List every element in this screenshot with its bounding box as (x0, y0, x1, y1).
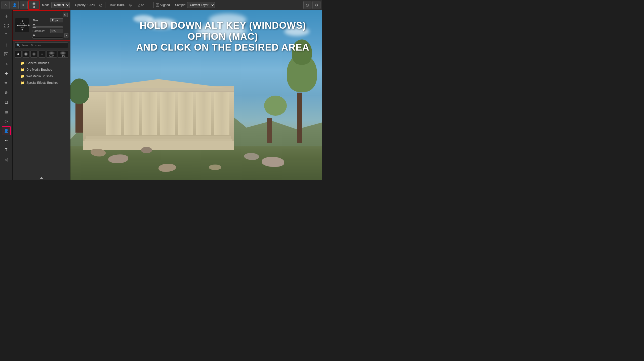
pen-path-icon: ✒ (5, 138, 8, 143)
eraser-tool[interactable]: ◻ (2, 98, 11, 107)
preset-airbrush[interactable] (30, 51, 37, 58)
rock-4 (262, 157, 284, 167)
category-arrow-3: › (16, 75, 18, 78)
preset-soft-dot (24, 52, 28, 56)
toolbar-separator-4 (135, 2, 135, 8)
add-brush-button[interactable]: + (64, 33, 68, 37)
stamp-icon: ⊕ (5, 90, 8, 95)
heal-icon: ✚ (5, 71, 8, 76)
eyedropper-tool[interactable]: ⌲ (2, 59, 11, 68)
flow-value: 100% (117, 3, 127, 7)
preset-large-shape (48, 51, 55, 55)
preset-count-1: 1456 (49, 55, 54, 57)
rock-3 (141, 147, 152, 153)
pen-tool-button[interactable]: ✒ (20, 1, 28, 9)
pillar-5 (160, 91, 175, 135)
profile-button[interactable]: 👤 (11, 1, 19, 9)
pillar-6 (178, 91, 193, 135)
scroll-up-arrow[interactable] (40, 177, 43, 179)
category-label-2: Dry Media Brushes (26, 68, 52, 71)
toolbar-separator-2 (72, 2, 72, 8)
hardness-slider-up (32, 34, 35, 36)
clone-stamp-tool[interactable]: ⊕ (2, 88, 11, 97)
left-toolbar: ✛ ⌒ ⊹ ✕ ⌲ ✚ ✏ ⊕ ◻ ▦ ◌ 👤 ✒ T ◁ (0, 10, 13, 180)
category-dry-media[interactable]: › 📁 Dry Media Brushes (13, 66, 70, 73)
transform-icon: ✕ (4, 52, 8, 56)
text-tool[interactable]: T (2, 145, 11, 154)
brush-shape-circle (20, 23, 25, 28)
search-input[interactable] (21, 44, 66, 47)
size-value: 21 px (50, 18, 63, 22)
profile-icon: 👤 (13, 3, 17, 7)
aligned-checkbox[interactable]: ✓ (156, 3, 159, 7)
category-arrow-2: › (16, 68, 18, 71)
tree-trunk-right-tall (297, 93, 302, 143)
pillar-4 (142, 91, 157, 135)
heal-tool[interactable]: ✚ (2, 69, 11, 78)
preset-large-1[interactable]: 1456 (46, 51, 57, 58)
lasso-tool[interactable]: ⌒ (2, 31, 11, 40)
search-box[interactable]: 🔍 (15, 43, 68, 48)
preset-dot (17, 53, 19, 55)
brush-preview-area (15, 18, 29, 32)
hardness-value: 0% (50, 29, 63, 33)
gradient-tool[interactable]: ▦ (2, 107, 11, 116)
opacity-airbrush-icon: ◎ (98, 3, 103, 8)
mode-dropdown[interactable]: Normal (51, 2, 70, 8)
blur-icon: ◌ (5, 119, 8, 124)
pillar-3 (124, 91, 139, 135)
target-icon-button[interactable]: ◎ (303, 1, 311, 9)
blur-tool[interactable]: ◌ (2, 117, 11, 126)
preset-small-hard[interactable] (15, 51, 22, 58)
brush-size-label: 21 (33, 6, 35, 8)
step-1 (83, 141, 234, 150)
overlay-line-2: OPTION (MAC) (136, 31, 309, 42)
category-wet-media[interactable]: › 📁 Wet Media Brushes (13, 73, 70, 79)
category-folder-2: 📁 (20, 68, 24, 72)
pillars-row (88, 91, 229, 135)
settings-icon: ⚙ (64, 13, 66, 16)
pen-path-tool[interactable]: ✒ (2, 136, 11, 145)
crop-tool[interactable]: ⊹ (2, 40, 11, 49)
move-tool[interactable]: ✛ (2, 12, 11, 21)
pillar-1 (88, 91, 103, 135)
preset-large-2[interactable]: 1456 (58, 51, 68, 58)
angle-icon: △ (138, 3, 140, 7)
temple-base (83, 90, 234, 150)
hardness-slider[interactable] (32, 37, 63, 38)
category-general-brushes[interactable]: › 📁 General Brushes (13, 60, 70, 66)
dodge-burn-tool[interactable]: 👤 (2, 126, 11, 135)
path-select-tool[interactable]: ◁ (2, 155, 11, 164)
mode-label: Mode: (42, 3, 50, 7)
flow-icon: ◎ (128, 3, 133, 8)
check-icon: ✓ (156, 4, 158, 6)
overlay-line-1: HOLD DOWN ALT KEY (WINDOWS) (136, 20, 309, 31)
gradient-icon: ▦ (5, 110, 8, 114)
tree-trunk-right-mid (267, 118, 272, 143)
brush-size-popup: ⚙ (13, 10, 70, 41)
preset-tiny-hard[interactable] (38, 51, 46, 58)
category-arrow-4: › (16, 82, 18, 84)
transform-tool[interactable]: ✕ (2, 50, 11, 59)
category-special-effects[interactable]: › 📁 Special Effects Brushes (13, 79, 70, 86)
toolbar-separator-3 (105, 2, 105, 8)
aligned-check[interactable]: ✓ Aligned (156, 3, 170, 7)
sample-dropdown[interactable]: Current Layer (187, 2, 215, 8)
rock-5 (244, 153, 259, 160)
rect-select-tool[interactable] (2, 21, 11, 30)
tree-crown-left-1 (70, 78, 89, 104)
popup-settings-button[interactable]: ⚙ (63, 13, 68, 17)
settings-button[interactable]: ⚙ (312, 1, 320, 9)
brush-tool-active[interactable]: 21 (28, 1, 39, 10)
text-icon: T (5, 148, 8, 152)
category-label-1: General Brushes (26, 61, 49, 65)
brush-panel-scroll-indicator (13, 175, 70, 180)
home-button[interactable]: ⌂ (2, 1, 10, 9)
eraser-icon: ◻ (5, 100, 8, 104)
opacity-value: 100% (87, 3, 97, 7)
hardness-label: Hardness: (32, 29, 49, 32)
sample-label: Sample: (175, 3, 186, 7)
size-slider[interactable] (32, 26, 63, 28)
brush-tool[interactable]: ✏ (2, 78, 11, 88)
preset-soft-round[interactable] (23, 51, 30, 58)
